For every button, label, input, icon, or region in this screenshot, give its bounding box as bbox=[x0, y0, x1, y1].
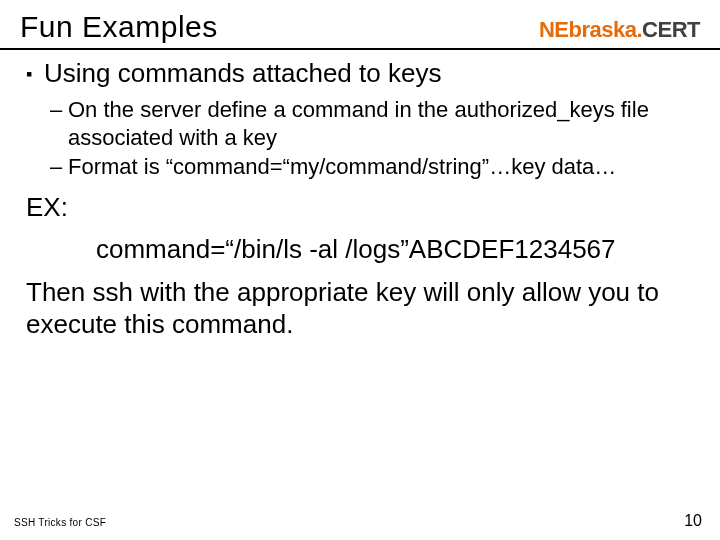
slide: Fun Examples NEbraska. CERT ▪ Using comm… bbox=[0, 0, 720, 540]
bullet-marker-icon: ▪ bbox=[26, 58, 44, 90]
brand-part1: NEbraska. bbox=[539, 17, 642, 43]
divider bbox=[0, 48, 720, 50]
example-code: command=“/bin/ls -al /logs”ABCDEF1234567 bbox=[26, 233, 702, 266]
bullet-text: On the server define a command in the au… bbox=[68, 96, 702, 151]
bullet-level2: – Format is “command=“my/command/string”… bbox=[50, 153, 702, 181]
example-label: EX: bbox=[26, 191, 702, 224]
bullet-text: Format is “command=“my/command/string”…k… bbox=[68, 153, 616, 181]
slide-body: ▪ Using commands attached to keys – On t… bbox=[0, 58, 720, 341]
dash-marker-icon: – bbox=[50, 96, 68, 151]
dash-marker-icon: – bbox=[50, 153, 68, 181]
example-explain: Then ssh with the appropriate key will o… bbox=[26, 276, 702, 341]
bullet-level1: ▪ Using commands attached to keys bbox=[26, 58, 702, 90]
bullet-level2: – On the server define a command in the … bbox=[50, 96, 702, 151]
brand-part2: CERT bbox=[642, 17, 700, 43]
brand-logo: NEbraska. CERT bbox=[539, 17, 700, 43]
bullet-text: Using commands attached to keys bbox=[44, 58, 441, 90]
sub-bullets: – On the server define a command in the … bbox=[50, 96, 702, 181]
slide-title: Fun Examples bbox=[20, 10, 218, 44]
footer-left: SSH Tricks for CSF bbox=[14, 517, 106, 528]
page-number: 10 bbox=[684, 512, 702, 530]
title-row: Fun Examples NEbraska. CERT bbox=[0, 0, 720, 48]
